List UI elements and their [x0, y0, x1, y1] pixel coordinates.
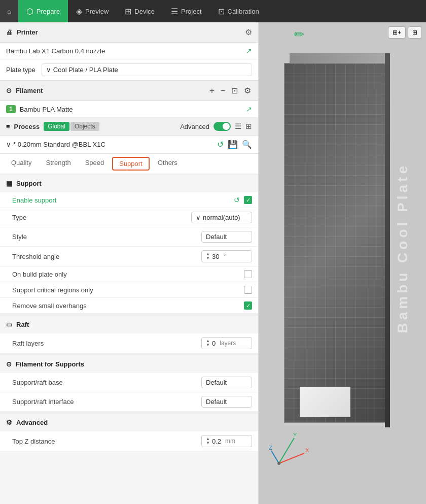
- filament-external-link-icon[interactable]: ↗: [246, 105, 252, 113]
- svg-line-2: [279, 438, 294, 463]
- filament-supports-icon: ⊙: [6, 360, 12, 368]
- setting-style: Style Default: [0, 227, 258, 247]
- remove-small-overhangs-checkbox[interactable]: ✓: [244, 301, 252, 310]
- calibration-icon: ⊡: [218, 7, 225, 16]
- raft-section-header: ▭ Raft: [0, 314, 258, 333]
- plate-type-dropdown[interactable]: ∨ Cool Plate / PLA Plate: [42, 63, 252, 76]
- profile-name-value: * 0.20mm Standard @BBL X1C: [13, 141, 105, 148]
- threshold-angle-label: Threshold angle: [12, 253, 59, 260]
- tag-objects[interactable]: Objects: [70, 122, 99, 131]
- home-button[interactable]: ⌂: [0, 0, 18, 22]
- top-z-distance-down-arrow[interactable]: ▼: [206, 441, 210, 445]
- raft-layers-unit: layers: [220, 340, 236, 347]
- printer-title-label: Printer: [17, 28, 38, 36]
- filament-remove-button[interactable]: −: [220, 85, 226, 96]
- preview-icon: ◈: [76, 7, 82, 16]
- project-icon: ☰: [171, 7, 178, 16]
- tab-support-label: Support: [119, 160, 143, 167]
- top-navigation: ⌂ ⬡ Prepare ◈ Preview ⊞ Device ☰ Project…: [0, 0, 426, 22]
- profile-name: ∨ * 0.20mm Standard @BBL X1C: [6, 141, 213, 148]
- svg-line-4: [271, 451, 279, 463]
- filament-icon: ⊙: [6, 87, 12, 94]
- top-z-distance-spinbox[interactable]: ▲ ▼ 0.2 mm: [201, 435, 252, 447]
- type-dropdown-arrow: ∨: [196, 214, 201, 221]
- type-label: Type: [12, 214, 26, 221]
- tab-quality-label: Quality: [11, 159, 31, 166]
- print-object: [300, 387, 350, 417]
- filament-item: 1 Bambu PLA Matte ↗: [0, 101, 258, 118]
- nav-prepare-label: Prepare: [37, 8, 60, 15]
- nav-device[interactable]: ⊞ Device: [117, 0, 163, 22]
- process-grid-view-button[interactable]: ⊞: [245, 122, 252, 131]
- threshold-angle-arrows: ▲ ▼: [206, 252, 210, 260]
- advanced-section-header: ⚙ Advanced: [0, 412, 258, 431]
- filament-supports-title-label: Filament for Supports: [16, 360, 84, 368]
- nav-prepare[interactable]: ⬡ Prepare: [18, 0, 68, 22]
- printer-name-value: Bambu Lab X1 Carbon 0.4 nozzle: [6, 47, 105, 55]
- tab-support[interactable]: Support: [112, 157, 150, 171]
- tab-strength-label: Strength: [46, 159, 70, 166]
- style-label: Style: [12, 233, 27, 241]
- support-section-icon: ▦: [6, 180, 12, 187]
- type-dropdown[interactable]: ∨ normal(auto): [191, 212, 252, 223]
- tab-quality[interactable]: Quality: [4, 154, 39, 175]
- advanced-toggle[interactable]: [214, 122, 231, 131]
- tab-strength[interactable]: Strength: [39, 154, 78, 175]
- enable-support-checkbox[interactable]: ✓: [244, 196, 252, 204]
- threshold-angle-down-arrow[interactable]: ▼: [206, 256, 210, 260]
- advanced-section-icon: ⚙: [6, 419, 12, 426]
- on-build-plate-only-label: On build plate only: [12, 271, 67, 278]
- plate-surface: [284, 63, 385, 423]
- top-z-distance-arrows: ▲ ▼: [206, 437, 210, 445]
- advanced-title-label: Advanced: [16, 419, 48, 426]
- axes-svg: X Y Z: [269, 433, 309, 474]
- support-raft-interface-control[interactable]: Default: [201, 396, 252, 408]
- tab-speed-label: Speed: [85, 159, 104, 166]
- profile-reset-button[interactable]: ↺: [217, 140, 224, 149]
- filament-add-button[interactable]: +: [208, 85, 215, 96]
- cool-plate-label: Bambu Cool Plate: [395, 163, 411, 333]
- filament-settings-button[interactable]: ⚙: [243, 85, 252, 96]
- support-raft-interface-value: Default: [206, 398, 227, 406]
- nav-calibration[interactable]: ⊡ Calibration: [210, 0, 267, 22]
- raft-layers-spinbox[interactable]: ▲ ▼ 0 layers: [201, 337, 252, 349]
- plate-3d-visual: [284, 63, 385, 423]
- top-z-distance-unit: mm: [225, 438, 235, 445]
- filament-sync-button[interactable]: ⊡: [230, 85, 239, 96]
- plate-dropdown-arrow: ∨: [46, 66, 51, 74]
- printer-settings-icon[interactable]: ⚙: [245, 27, 252, 37]
- setting-threshold-angle: Threshold angle ▲ ▼ 30 °: [0, 247, 258, 266]
- setting-top-z-distance: Top Z distance ▲ ▼ 0.2 mm: [0, 431, 258, 451]
- enable-support-reset-icon[interactable]: ↺: [234, 196, 240, 204]
- raft-layers-down-arrow[interactable]: ▼: [206, 343, 210, 347]
- profile-search-button[interactable]: 🔍: [242, 140, 252, 149]
- process-title-label: Process: [14, 123, 40, 130]
- support-raft-base-control[interactable]: Default: [201, 377, 252, 388]
- svg-line-0: [279, 453, 304, 463]
- nav-project[interactable]: ☰ Project: [163, 0, 209, 22]
- style-control[interactable]: Default: [201, 231, 252, 243]
- style-value: Default: [206, 233, 227, 241]
- filament-section-header: ⊙ Filament + − ⊡ ⚙: [0, 81, 258, 101]
- tag-global[interactable]: Global: [44, 122, 69, 131]
- process-right: Advanced ☰ ⊞: [180, 122, 252, 131]
- threshold-angle-spinbox[interactable]: ▲ ▼ 30 °: [201, 250, 252, 262]
- setting-support-raft-interface: Support/raft interface Default: [0, 392, 258, 412]
- nav-preview[interactable]: ◈ Preview: [68, 0, 117, 22]
- printer-external-link-icon[interactable]: ↗: [246, 47, 252, 55]
- left-panel: 🖨 Printer ⚙ Bambu Lab X1 Carbon 0.4 nozz…: [0, 22, 259, 504]
- svg-point-6: [277, 462, 280, 465]
- type-dropdown-value: normal(auto): [203, 214, 240, 221]
- on-build-plate-only-checkbox[interactable]: [244, 270, 252, 278]
- tab-others[interactable]: Others: [151, 154, 185, 175]
- raft-icon: ▭: [6, 321, 12, 328]
- support-critical-regions-only-checkbox[interactable]: [244, 286, 252, 294]
- raft-title-label: Raft: [16, 321, 29, 328]
- plate-right-face: [385, 53, 390, 427]
- process-list-view-button[interactable]: ☰: [235, 122, 241, 131]
- profile-save-button[interactable]: 💾: [228, 140, 238, 149]
- profile-dropdown-arrow: ∨: [6, 141, 11, 148]
- tab-speed[interactable]: Speed: [78, 154, 112, 175]
- raft-layers-arrows: ▲ ▼: [206, 339, 210, 347]
- enable-support-control: ↺ ✓: [234, 196, 252, 204]
